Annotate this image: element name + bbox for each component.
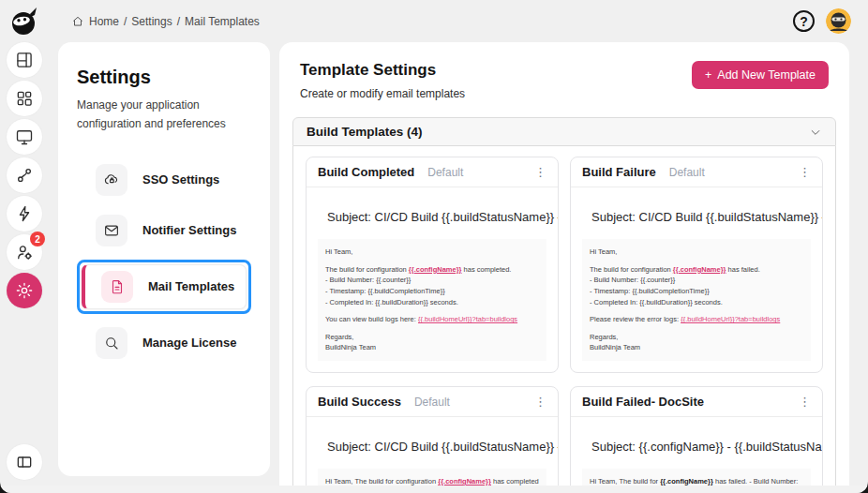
template-grid: Build Completed Default ⋮ Subject: CI/CD… [292, 146, 836, 493]
default-badge: Default [427, 166, 463, 179]
template-subject: Subject: CI/CD Build {{.buildStatusName}… [571, 187, 822, 235]
help-icon[interactable]: ? [793, 10, 815, 32]
add-new-template-button[interactable]: + Add New Template [692, 61, 829, 89]
file-template-icon [101, 271, 133, 303]
template-card: Build Failure Default ⋮ Subject: CI/CD B… [570, 157, 823, 373]
app-window: 2 Home / Settings / Mail Templates ? [0, 0, 868, 493]
breadcrumb-separator: / [124, 15, 127, 28]
search-icon [96, 327, 127, 359]
template-title: Build Failure [582, 165, 656, 179]
user-settings-icon[interactable]: 2 [7, 234, 42, 270]
template-title: Build Success [318, 395, 401, 409]
template-body: Hi Team,The build for configuration {{.c… [318, 239, 546, 361]
settings-panel: Settings Manage your application configu… [58, 42, 270, 476]
settings-subtitle: Manage your application configuration an… [77, 96, 255, 134]
plus-icon: + [705, 68, 711, 82]
settings-title: Settings [77, 67, 251, 88]
template-title: Build Completed [318, 165, 414, 179]
apps-grid-icon[interactable] [7, 81, 42, 116]
template-subject: Subject: CI/CD Build {{.buildStatusName}… [307, 417, 558, 465]
sidebar-item-label: Mail Templates [148, 279, 234, 293]
default-badge: Default [414, 396, 450, 409]
sidebar-item-label: SSO Settings [142, 172, 219, 187]
template-title: Build Failed- DocSite [582, 395, 704, 409]
page-subtitle: Create or modify email templates [300, 87, 465, 100]
sidebar-item-manage-license[interactable]: Manage License [77, 321, 251, 365]
breadcrumb-home[interactable]: Home [89, 15, 119, 28]
mail-icon [96, 215, 127, 246]
notification-badge: 2 [30, 232, 45, 246]
sidebar-item-label: Notifier Settings [142, 223, 236, 237]
window-bottom-edge [0, 486, 868, 493]
kebab-menu-icon[interactable]: ⋮ [799, 396, 811, 408]
app-logo-icon[interactable] [7, 6, 41, 39]
accordion-label: Build Templates (4) [307, 125, 423, 139]
git-branch-icon[interactable] [7, 157, 42, 193]
template-settings-panel: Template Settings Create or modify email… [279, 42, 849, 493]
icon-rail: 2 [0, 0, 49, 493]
collapse-sidebar-icon[interactable] [7, 444, 42, 480]
page-title: Template Settings [300, 61, 465, 80]
home-icon [71, 15, 84, 28]
sidebar-item-mail-templates[interactable]: Mail Templates [82, 264, 247, 309]
kebab-menu-icon[interactable]: ⋮ [534, 166, 546, 178]
settings-nav-list: SSO Settings Notifier Settings Mail Temp… [77, 158, 251, 365]
chevron-down-icon [809, 126, 822, 139]
settings-gear-icon[interactable] [7, 273, 42, 308]
template-card: Build Completed Default ⋮ Subject: CI/CD… [306, 157, 559, 373]
template-subject: Subject: {{.configName}} - {{.buildStatu… [571, 417, 822, 465]
template-card: Build Failed- DocSite ⋮ Subject: {{.conf… [570, 386, 823, 493]
lightning-bolt-icon[interactable] [7, 196, 42, 232]
top-bar: Home / Settings / Mail Templates ? [49, 0, 868, 42]
user-avatar[interactable] [826, 8, 851, 34]
annotation-highlight: Mail Templates [77, 260, 251, 314]
build-templates-accordion[interactable]: Build Templates (4) [292, 117, 836, 146]
template-card: Build Success Default ⋮ Subject: CI/CD B… [306, 386, 559, 493]
template-subject: Subject: CI/CD Build {{.buildStatusName}… [307, 187, 558, 235]
dashboard-layout-icon[interactable] [7, 42, 42, 78]
kebab-menu-icon[interactable]: ⋮ [799, 166, 811, 178]
breadcrumb-settings[interactable]: Settings [131, 15, 172, 28]
sidebar-item-notifier-settings[interactable]: Notifier Settings [77, 209, 251, 252]
sidebar-item-sso-settings[interactable]: SSO Settings [77, 158, 251, 202]
kebab-menu-icon[interactable]: ⋮ [534, 396, 546, 408]
default-badge: Default [669, 166, 705, 179]
cloud-lock-icon [96, 164, 127, 196]
template-body: Hi Team,The build for configuration {{.c… [582, 239, 811, 361]
sidebar-item-label: Manage License [142, 336, 236, 350]
breadcrumb-mail-templates[interactable]: Mail Templates [185, 15, 260, 28]
breadcrumb: Home / Settings / Mail Templates [71, 15, 260, 28]
breadcrumb-separator: / [177, 15, 180, 28]
monitor-icon[interactable] [7, 119, 42, 155]
